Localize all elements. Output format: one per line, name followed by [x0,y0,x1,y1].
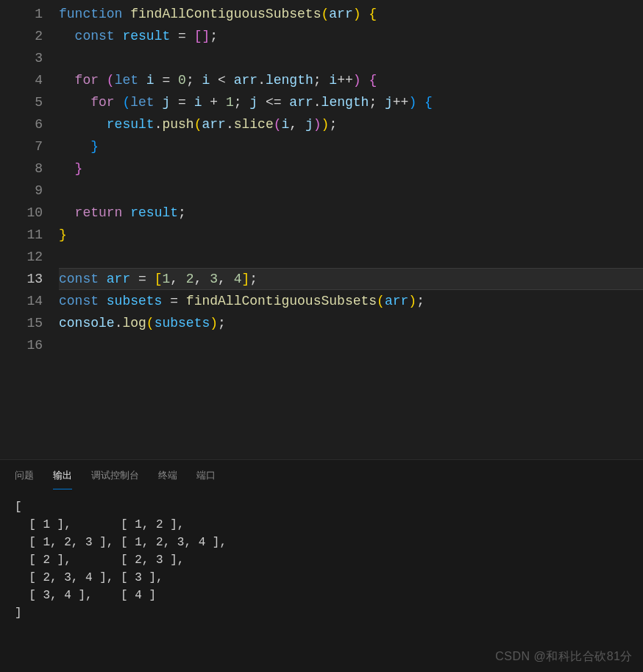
code-line[interactable] [59,47,643,69]
code-editor[interactable]: 12345678910111213141516 function findAll… [0,0,643,459]
line-number: 9 [0,180,59,202]
code-line[interactable]: result.push(arr.slice(i, j)); [59,113,643,135]
line-number: 12 [0,246,59,268]
line-number: 6 [0,113,59,135]
code-line[interactable]: } [59,224,643,246]
code-line[interactable]: for (let i = 0; i < arr.length; i++) { [59,69,643,91]
panel-tabs: 问题输出调试控制台终端端口 [0,460,643,489]
code-line[interactable] [59,180,643,202]
line-number: 3 [0,47,59,69]
code-line[interactable]: console.log(subsets); [59,312,643,334]
panel-tab-terminal[interactable]: 终端 [158,469,177,489]
line-number: 14 [0,290,59,312]
code-line[interactable]: const subsets = findAllContiguousSubsets… [59,290,643,312]
code-line[interactable]: const arr = [1, 2, 3, 4]; [59,268,643,290]
line-number: 5 [0,91,59,113]
bottom-panel: 问题输出调试控制台终端端口 [ [ 1 ], [ 1, 2 ], [ 1, 2,… [0,459,643,672]
panel-tab-ports[interactable]: 端口 [196,469,216,489]
line-number: 1 [0,3,59,25]
line-number: 11 [0,224,59,246]
panel-tab-debug[interactable]: 调试控制台 [91,469,139,489]
code-line[interactable]: const result = []; [59,25,643,47]
line-number: 10 [0,202,59,224]
line-number: 16 [0,334,59,356]
code-area[interactable]: function findAllContiguousSubsets(arr) {… [59,0,643,459]
panel-tab-problems[interactable]: 问题 [15,469,34,489]
code-line[interactable]: } [59,158,643,180]
code-line[interactable] [59,334,643,356]
line-number: 4 [0,69,59,91]
line-number: 15 [0,312,59,334]
line-number: 13 [0,268,59,290]
panel-tab-output[interactable]: 输出 [53,469,72,489]
code-line[interactable]: function findAllContiguousSubsets(arr) { [59,3,643,25]
code-line[interactable] [59,246,643,268]
code-line[interactable]: return result; [59,202,643,224]
line-number: 8 [0,158,59,180]
line-number: 2 [0,25,59,47]
code-line[interactable]: } [59,135,643,158]
line-number-gutter: 12345678910111213141516 [0,0,59,459]
code-line[interactable]: for (let j = i + 1; j <= arr.length; j++… [59,91,643,113]
output-content[interactable]: [ [ 1 ], [ 1, 2 ], [ 1, 2, 3 ], [ 1, 2, … [0,489,643,622]
line-number: 7 [0,135,59,158]
